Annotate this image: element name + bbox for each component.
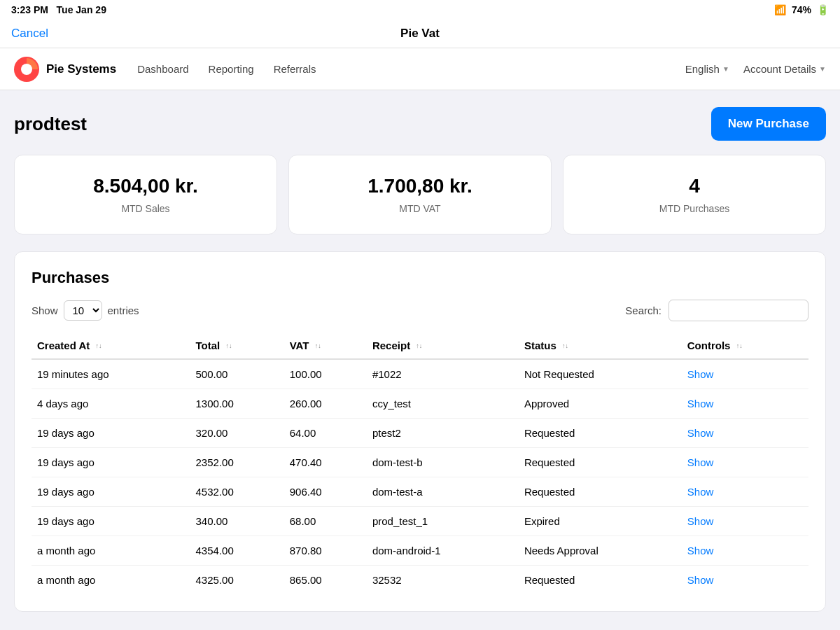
- cell-status: Requested: [519, 419, 682, 448]
- show-link[interactable]: Show: [687, 398, 714, 410]
- cell-created-at: a month ago: [31, 536, 190, 566]
- cell-vat: 64.00: [284, 419, 367, 448]
- show-label: Show: [31, 304, 58, 316]
- nav-bar: Pie Systems Dashboard Reporting Referral…: [0, 48, 840, 90]
- search-control: Search:: [625, 300, 808, 321]
- col-created-at: Created At ↑↓: [31, 332, 190, 359]
- table-controls: Show 10 25 50 entries Search:: [31, 300, 808, 321]
- show-link[interactable]: Show: [687, 427, 714, 439]
- sort-arrows-vat[interactable]: ↑↓: [315, 343, 321, 350]
- purchases-title: Purchases: [31, 269, 808, 287]
- cell-status: Expired: [519, 507, 682, 536]
- nav-links: Dashboard Reporting Referrals: [137, 63, 685, 75]
- page-title-bar: Pie Vat: [400, 27, 440, 41]
- account-label: Account Details: [743, 63, 816, 75]
- table-row: 19 days ago 2352.00 470.40 dom-test-b Re…: [31, 448, 808, 477]
- cell-total: 4532.00: [190, 477, 284, 507]
- cell-vat: 260.00: [284, 389, 367, 419]
- search-input[interactable]: [668, 300, 808, 321]
- show-link[interactable]: Show: [687, 545, 714, 556]
- account-dropdown[interactable]: Account Details ▼: [743, 63, 826, 75]
- account-dropdown-arrow: ▼: [819, 65, 826, 73]
- cell-receipt: 32532: [367, 566, 519, 595]
- sort-arrows-total[interactable]: ↑↓: [225, 343, 232, 350]
- show-link[interactable]: Show: [687, 456, 714, 468]
- cell-vat: 865.00: [284, 566, 367, 595]
- table-row: 19 days ago 320.00 64.00 ptest2 Requeste…: [31, 419, 808, 448]
- cell-total: 4354.00: [190, 536, 284, 566]
- cell-status: Requested: [519, 477, 682, 507]
- svg-point-1: [21, 64, 32, 75]
- main-content: prodtest New Purchase 8.504,00 kr. MTD S…: [0, 90, 840, 629]
- cell-total: 4325.00: [190, 566, 284, 595]
- col-receipt: Receipt ↑↓: [367, 332, 519, 359]
- sort-arrows-status[interactable]: ↑↓: [562, 343, 568, 350]
- sort-arrows-created-at[interactable]: ↑↓: [95, 343, 102, 350]
- cell-control: Show: [682, 477, 808, 507]
- cell-control: Show: [682, 566, 808, 595]
- show-link[interactable]: Show: [687, 574, 714, 586]
- language-dropdown[interactable]: English ▼: [685, 63, 729, 75]
- show-link[interactable]: Show: [687, 368, 714, 380]
- battery-level: 74%: [792, 4, 811, 15]
- show-link[interactable]: Show: [687, 486, 714, 498]
- cell-receipt: prod_test_1: [367, 507, 519, 536]
- cell-receipt: #1022: [367, 359, 519, 389]
- language-label: English: [685, 63, 720, 75]
- entries-select[interactable]: 10 25 50: [64, 300, 102, 321]
- table-row: 19 minutes ago 500.00 100.00 #1022 Not R…: [31, 359, 808, 389]
- nav-link-reporting[interactable]: Reporting: [209, 63, 254, 75]
- cell-receipt: dom-android-1: [367, 536, 519, 566]
- cell-total: 340.00: [190, 507, 284, 536]
- nav-logo: Pie Systems: [14, 57, 116, 82]
- wifi-icon: 📶: [774, 4, 786, 15]
- table-row: 4 days ago 1300.00 260.00 ccy_test Appro…: [31, 389, 808, 419]
- show-link[interactable]: Show: [687, 515, 714, 527]
- stat-label-vat: MTD VAT: [303, 203, 537, 214]
- nav-link-dashboard[interactable]: Dashboard: [137, 63, 188, 75]
- cell-status: Needs Approval: [519, 536, 682, 566]
- cell-created-at: 19 days ago: [31, 477, 190, 507]
- cell-control: Show: [682, 419, 808, 448]
- col-status: Status ↑↓: [519, 332, 682, 359]
- language-dropdown-arrow: ▼: [722, 65, 729, 73]
- stat-label-purchases: MTD Purchases: [578, 203, 811, 214]
- cell-control: Show: [682, 507, 808, 536]
- show-entries: Show 10 25 50 entries: [31, 300, 139, 321]
- nav-link-referrals[interactable]: Referrals: [274, 63, 316, 75]
- stat-label-sales: MTD Sales: [29, 203, 262, 214]
- cell-total: 320.00: [190, 419, 284, 448]
- cell-created-at: 19 days ago: [31, 507, 190, 536]
- status-bar: 3:23 PM Tue Jan 29 📶 74% 🔋: [0, 0, 840, 20]
- status-time-date: 3:23 PM Tue Jan 29: [11, 4, 106, 15]
- stat-card-purchases: 4 MTD Purchases: [563, 155, 826, 234]
- stat-value-vat: 1.700,80 kr.: [303, 175, 537, 197]
- search-label: Search:: [625, 304, 662, 316]
- cell-vat: 906.40: [284, 477, 367, 507]
- cell-control: Show: [682, 536, 808, 566]
- stat-value-sales: 8.504,00 kr.: [29, 175, 262, 197]
- page-title: prodtest: [14, 113, 87, 135]
- cell-control: Show: [682, 359, 808, 389]
- table-header: Created At ↑↓ Total ↑↓ VAT ↑↓ Receipt ↑↓: [31, 332, 808, 359]
- cell-created-at: 19 days ago: [31, 419, 190, 448]
- page-header: prodtest New Purchase: [14, 107, 826, 141]
- cell-created-at: 19 days ago: [31, 448, 190, 477]
- new-purchase-button[interactable]: New Purchase: [711, 107, 826, 141]
- table-body: 19 minutes ago 500.00 100.00 #1022 Not R…: [31, 359, 808, 594]
- cell-vat: 100.00: [284, 359, 367, 389]
- cell-vat: 470.40: [284, 448, 367, 477]
- logo-icon: [14, 57, 39, 82]
- cancel-button[interactable]: Cancel: [11, 27, 48, 41]
- stat-card-vat: 1.700,80 kr. MTD VAT: [288, 155, 552, 234]
- sort-arrows-controls[interactable]: ↑↓: [736, 343, 743, 350]
- sort-arrows-receipt[interactable]: ↑↓: [416, 343, 422, 350]
- time: 3:23 PM: [11, 4, 48, 15]
- stat-card-sales: 8.504,00 kr. MTD Sales: [14, 155, 277, 234]
- cell-created-at: 19 minutes ago: [31, 359, 190, 389]
- date: Tue Jan 29: [57, 4, 106, 15]
- cell-receipt: dom-test-a: [367, 477, 519, 507]
- purchases-section: Purchases Show 10 25 50 entries Search:: [14, 251, 826, 612]
- cell-status: Approved: [519, 389, 682, 419]
- cell-status: Not Requested: [519, 359, 682, 389]
